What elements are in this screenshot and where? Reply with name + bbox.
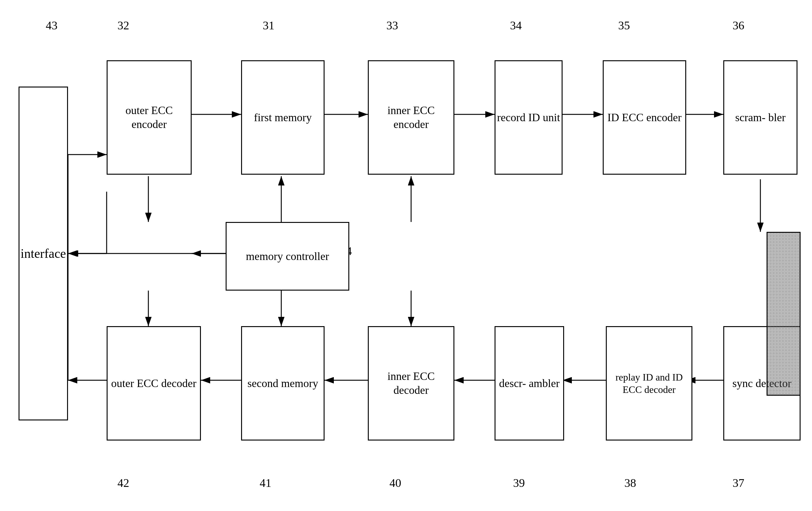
memory-controller-block: memory controller xyxy=(226,222,349,291)
label-39: 39 xyxy=(513,476,525,490)
first-memory-block: first memory xyxy=(241,60,324,175)
label-38: 38 xyxy=(625,476,636,490)
replay-id-block: replay ID and ID ECC decoder xyxy=(606,326,692,441)
second-memory-block: second memory xyxy=(241,326,324,441)
diagram: 43 32 31 33 34 35 36 ~44 42 41 40 39 38 … xyxy=(0,0,812,511)
inner-ecc-encoder-block: inner ECC encoder xyxy=(368,60,454,175)
interface-block: interface xyxy=(19,87,68,420)
label-41: 41 xyxy=(260,476,271,490)
inner-ecc-decoder-block: inner ECC decoder xyxy=(368,326,454,441)
label-32: 32 xyxy=(117,19,129,32)
outer-ecc-decoder-block: outer ECC decoder xyxy=(107,326,201,441)
label-34: 34 xyxy=(510,19,522,32)
label-33: 33 xyxy=(386,19,398,32)
label-40: 40 xyxy=(389,476,401,490)
scrambler-block: scram- bler xyxy=(723,60,798,175)
label-35: 35 xyxy=(618,19,630,32)
id-ecc-encoder-block: ID ECC encoder xyxy=(603,60,686,175)
descrambler-block: descr- ambler xyxy=(495,326,564,441)
outer-ecc-encoder-block: outer ECC encoder xyxy=(107,60,192,175)
label-42: 42 xyxy=(117,476,129,490)
record-id-unit-block: record ID unit xyxy=(495,60,562,175)
label-31: 31 xyxy=(263,19,274,32)
label-43: 43 xyxy=(46,19,57,32)
label-37: 37 xyxy=(732,476,744,490)
label-36: 36 xyxy=(732,19,744,32)
storage-medium-block xyxy=(766,232,801,396)
